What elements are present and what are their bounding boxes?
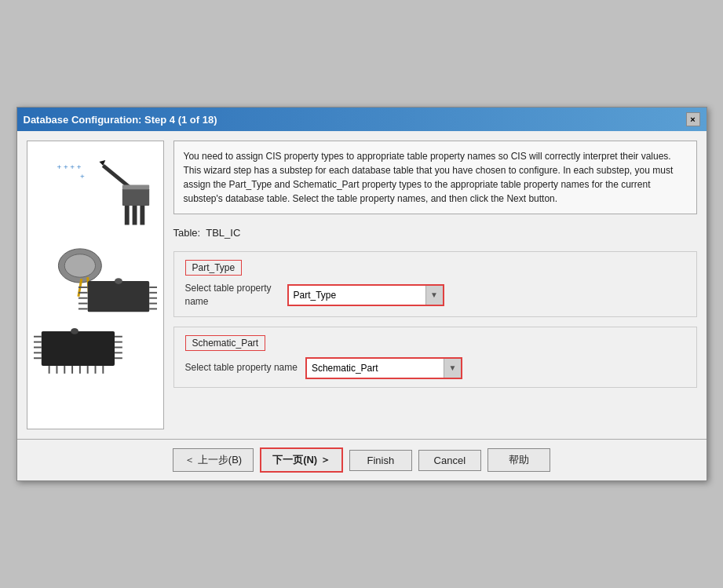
description-text: You need to assign CIS property types to…	[184, 151, 674, 204]
next-button[interactable]: 下一页(N) ＞	[260, 447, 343, 473]
part-type-property-label: Select table propertyname	[185, 282, 279, 309]
table-label: Table: TBL_IC	[173, 227, 697, 239]
component-illustration: + + + + +	[34, 148, 157, 422]
schematic-part-property-label: Select table property name	[185, 361, 298, 374]
svg-text:+ + + +: + + + +	[57, 163, 81, 171]
schematic-part-section: Schematic_Part Select table property nam…	[173, 327, 697, 388]
close-button[interactable]: ×	[686, 112, 700, 126]
svg-point-11	[64, 254, 95, 277]
finish-button[interactable]: Finish	[349, 450, 412, 471]
back-button[interactable]: ＜ 上一步(B)	[173, 448, 254, 472]
svg-point-45	[71, 328, 79, 334]
footer: ＜ 上一步(B) 下一页(N) ＞ Finish Cancel 帮助	[17, 439, 707, 480]
main-dialog: Database Configuration: Step 4 (1 of 18)…	[16, 107, 707, 481]
svg-rect-9	[122, 184, 148, 189]
svg-rect-7	[132, 206, 137, 225]
right-panel: You need to assign CIS property types to…	[173, 141, 697, 429]
part-type-section: Part_Type Select table propertyname Part…	[173, 251, 697, 317]
svg-rect-5	[122, 188, 148, 206]
part-type-dropdown-wrapper[interactable]: Part_Type Schematic_Part Part_Number Des…	[287, 284, 444, 306]
title-bar: Database Configuration: Step 4 (1 of 18)…	[17, 108, 707, 131]
svg-rect-8	[140, 206, 144, 225]
schematic-part-dropdown-wrapper[interactable]: Schematic_Part Part_Type Part_Number Des…	[305, 357, 462, 379]
svg-rect-26	[41, 331, 114, 366]
table-value: TBL_IC	[206, 227, 240, 239]
cancel-button[interactable]: Cancel	[418, 450, 481, 471]
illustration-panel: + + + + +	[27, 141, 164, 429]
svg-point-25	[115, 278, 122, 284]
part-type-row: Select table propertyname Part_Type Sche…	[185, 282, 685, 309]
schematic-part-title: Schematic_Part	[185, 335, 266, 351]
schematic-part-row: Select table property name Schematic_Par…	[185, 357, 685, 379]
dialog-title: Database Configuration: Step 4 (1 of 18)	[24, 114, 217, 126]
components-svg: + + + + +	[34, 148, 157, 422]
description-box: You need to assign CIS property types to…	[173, 141, 697, 214]
table-label-text: Table:	[173, 227, 201, 239]
svg-text:+: +	[79, 172, 84, 181]
svg-rect-6	[124, 206, 129, 225]
svg-rect-14	[87, 281, 149, 312]
dialog-body: + + + + +	[17, 131, 707, 439]
part-type-title: Part_Type	[185, 260, 243, 276]
schematic-part-dropdown[interactable]: Schematic_Part Part_Type Part_Number Des…	[307, 360, 444, 376]
help-button[interactable]: 帮助	[487, 448, 550, 472]
part-type-dropdown[interactable]: Part_Type Schematic_Part Part_Number Des…	[289, 287, 425, 303]
schematic-part-dropdown-arrow: ▼	[444, 359, 461, 378]
part-type-dropdown-arrow: ▼	[425, 286, 443, 305]
